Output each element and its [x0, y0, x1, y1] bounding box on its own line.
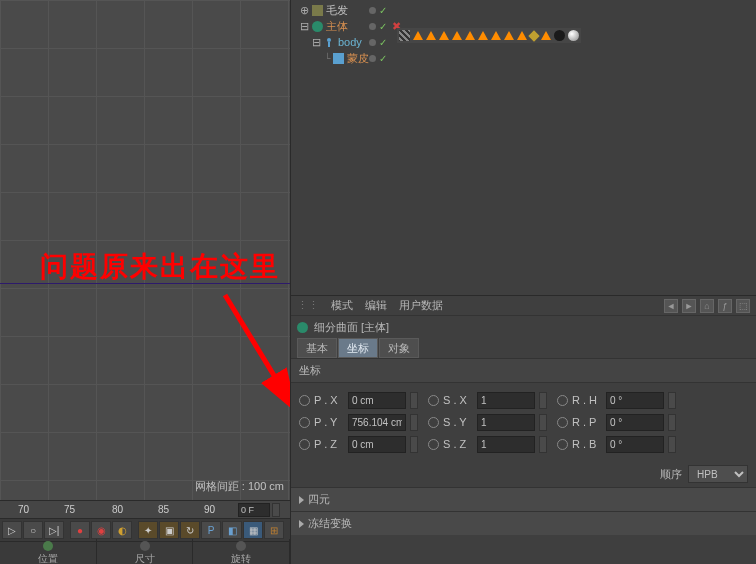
marker-icon[interactable] — [452, 31, 462, 40]
tab-coord[interactable]: 坐标 — [338, 338, 378, 358]
marker-icon[interactable] — [478, 31, 488, 40]
stepper[interactable] — [668, 392, 676, 409]
coord-grid: P . X S . X R . H P . Y S . Y R . P P . … — [291, 383, 756, 461]
marker-icon[interactable] — [504, 31, 514, 40]
object-name[interactable]: body — [338, 36, 362, 48]
px-label: P . X — [314, 394, 344, 406]
order-dropdown[interactable]: HPB — [688, 465, 748, 483]
tick: 70 — [18, 504, 29, 515]
key-pla-icon[interactable]: ◧ — [222, 521, 242, 539]
goto-end-icon[interactable]: ▷| — [44, 521, 64, 539]
object-name[interactable]: 毛发 — [326, 3, 348, 18]
rh-input[interactable] — [606, 392, 664, 409]
tab-rotation[interactable]: 旋转 — [193, 539, 290, 564]
enable-check-icon[interactable]: ✓ — [379, 37, 387, 48]
stepper[interactable] — [410, 414, 418, 431]
key-rot-icon[interactable]: ↻ — [180, 521, 200, 539]
marker-icon[interactable] — [541, 31, 551, 40]
timeline-ruler[interactable]: 70 75 80 85 90 — [0, 501, 290, 519]
stepper[interactable] — [539, 414, 547, 431]
key-scale-icon[interactable]: ▣ — [159, 521, 179, 539]
py-input[interactable] — [348, 414, 406, 431]
enable-check-icon[interactable]: ✓ — [379, 53, 387, 64]
stepper[interactable] — [272, 503, 280, 517]
tag-icon — [312, 5, 323, 16]
sx-input[interactable] — [477, 392, 535, 409]
rp-input[interactable] — [606, 414, 664, 431]
tab-size[interactable]: 尺寸 — [97, 539, 194, 564]
visibility-dot[interactable] — [369, 7, 376, 14]
keyframe-icon[interactable] — [557, 417, 568, 428]
px-input[interactable] — [348, 392, 406, 409]
expand-icon[interactable]: ⊕ — [300, 4, 309, 17]
sy-input[interactable] — [477, 414, 535, 431]
nav-up-icon[interactable]: ⌂ — [700, 299, 714, 313]
tab-object[interactable]: 对象 — [379, 338, 419, 358]
grip-icon[interactable]: ⋮⋮ — [297, 299, 319, 312]
keyframe-icon[interactable] — [428, 439, 439, 450]
autokey-icon[interactable]: ◉ — [91, 521, 111, 539]
visibility-dot[interactable] — [369, 39, 376, 46]
texture-tag-icon[interactable] — [399, 30, 410, 41]
stepper[interactable] — [539, 436, 547, 453]
stepper[interactable] — [668, 414, 676, 431]
nav-fwd-icon[interactable]: ► — [682, 299, 696, 313]
function-icon[interactable]: ƒ — [718, 299, 732, 313]
play-icon[interactable]: ▷ — [2, 521, 22, 539]
section-quaternion[interactable]: 四元 — [291, 487, 756, 511]
material-icon[interactable] — [554, 30, 565, 41]
keyframe-track[interactable] — [397, 28, 581, 43]
collapse-icon[interactable]: ⊟ — [312, 36, 321, 49]
marker-icon[interactable] — [491, 31, 501, 40]
menu-userdata[interactable]: 用户数据 — [399, 298, 443, 313]
tab-basic[interactable]: 基本 — [297, 338, 337, 358]
sz-input[interactable] — [477, 436, 535, 453]
menu-edit[interactable]: 编辑 — [365, 298, 387, 313]
frame-input[interactable] — [238, 503, 270, 517]
section-coord-header: 坐标 — [291, 358, 756, 383]
marker-icon[interactable] — [465, 31, 475, 40]
viewport[interactable]: 问题原来出在这里 网格间距 : 100 cm — [0, 0, 290, 500]
object-name[interactable]: 蒙皮 — [347, 51, 369, 66]
keyframe-icon[interactable] — [557, 439, 568, 450]
stepper[interactable] — [410, 392, 418, 409]
marker-icon[interactable] — [517, 31, 527, 40]
rb-input[interactable] — [606, 436, 664, 453]
keyframe-icon[interactable] — [299, 417, 310, 428]
visibility-dot[interactable] — [369, 23, 376, 30]
keyframe-selection-icon[interactable]: ◐ — [112, 521, 132, 539]
stop-icon[interactable]: ○ — [23, 521, 43, 539]
keyframe-icon[interactable] — [299, 439, 310, 450]
nav-back-icon[interactable]: ◄ — [664, 299, 678, 313]
marker-icon[interactable] — [528, 30, 539, 41]
collapse-icon[interactable]: ⊟ — [300, 20, 309, 33]
keyframe-icon[interactable] — [428, 417, 439, 428]
keyframe-icon[interactable] — [299, 395, 310, 406]
key-grid-icon[interactable]: ⊞ — [264, 521, 284, 539]
object-name[interactable]: 主体 — [326, 19, 348, 34]
material-icon[interactable] — [568, 30, 579, 41]
menu-mode[interactable]: 模式 — [331, 298, 353, 313]
lock-icon[interactable]: ⬚ — [736, 299, 750, 313]
enable-check-icon[interactable]: ✓ — [379, 5, 387, 16]
tree-row[interactable]: ⊕ 毛发 ✓ — [297, 2, 750, 18]
marker-icon[interactable] — [413, 31, 423, 40]
marker-icon[interactable] — [426, 31, 436, 40]
tab-position[interactable]: 位置 — [0, 539, 97, 564]
stepper[interactable] — [410, 436, 418, 453]
stepper[interactable] — [539, 392, 547, 409]
pz-input[interactable] — [348, 436, 406, 453]
key-all-icon[interactable]: ▦ — [243, 521, 263, 539]
section-freeze[interactable]: 冻结变换 — [291, 511, 756, 535]
annotation-text: 问题原来出在这里 — [40, 248, 280, 286]
tree-row[interactable]: └ 蒙皮 ✓ — [297, 50, 750, 66]
keyframe-icon[interactable] — [428, 395, 439, 406]
marker-icon[interactable] — [439, 31, 449, 40]
enable-check-icon[interactable]: ✓ — [379, 21, 387, 32]
visibility-dot[interactable] — [369, 55, 376, 62]
key-param-icon[interactable]: P — [201, 521, 221, 539]
keyframe-icon[interactable] — [557, 395, 568, 406]
stepper[interactable] — [668, 436, 676, 453]
record-icon[interactable]: ● — [70, 521, 90, 539]
key-pos-icon[interactable]: ✦ — [138, 521, 158, 539]
